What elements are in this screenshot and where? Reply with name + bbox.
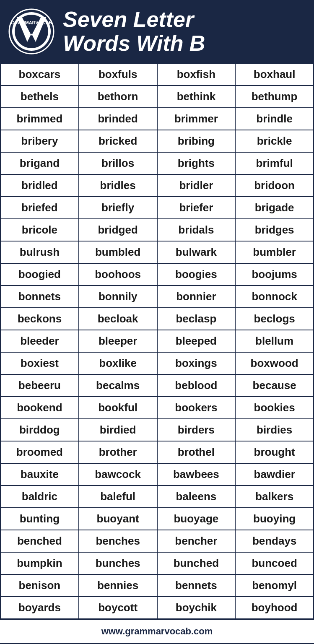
word-cell: boohoos [79, 263, 157, 286]
table-row: brigandbrillosbrightsbrimful [0, 152, 314, 174]
word-cell: bookend [0, 397, 79, 419]
word-cell: brought [235, 441, 314, 463]
word-cell: bunched [157, 552, 236, 574]
word-cell: boychik [157, 597, 236, 619]
word-cell: bulrush [0, 241, 79, 263]
word-cell: boxwood [235, 352, 314, 374]
table-row: benisonbenniesbennetsbenomyl [0, 574, 314, 597]
word-cell: brillos [79, 152, 157, 174]
word-cell: bridoon [235, 174, 314, 197]
word-cell: bawbees [157, 463, 236, 486]
table-row: bricolebridgedbridalsbridges [0, 219, 314, 241]
word-cell: beblood [157, 374, 236, 397]
grammarvocab-logo: GRAMMARVOCAB [8, 8, 54, 55]
word-cell: buoyage [157, 508, 236, 530]
word-cell: boxfish [157, 63, 236, 86]
word-cell: boxcars [0, 63, 79, 86]
word-cell: brimmed [0, 108, 79, 130]
word-cell: boogies [157, 263, 236, 286]
word-cell: bridals [157, 219, 236, 241]
table-row: baldricbalefulbaleensbalkers [0, 486, 314, 508]
word-cell: bumbled [79, 241, 157, 263]
word-cell: bulwark [157, 241, 236, 263]
word-cell: briefly [79, 197, 157, 219]
word-cell: brigade [235, 197, 314, 219]
word-cell: bennies [79, 574, 157, 597]
word-cell: bumpkin [0, 552, 79, 574]
word-cell: bookers [157, 397, 236, 419]
word-cell: bonnock [235, 286, 314, 308]
word-cell: bencher [157, 530, 236, 552]
table-row: brimmedbrindedbrimmerbrindle [0, 108, 314, 130]
table-row: benchedbenchesbencherbendays [0, 530, 314, 552]
word-cell: bunting [0, 508, 79, 530]
word-cell: bauxite [0, 463, 79, 486]
word-cell: boxhaul [235, 63, 314, 86]
word-cell: bethels [0, 86, 79, 108]
table-row: bumpkinbunchesbunchedbuncoed [0, 552, 314, 574]
word-cell: beclasp [157, 308, 236, 330]
word-cell: bricked [79, 130, 157, 152]
word-table: boxcarsboxfulsboxfishboxhaulbethelsbetho… [0, 63, 314, 619]
word-cell: brickle [235, 130, 314, 152]
table-row: boxiestboxlikeboxingsboxwood [0, 352, 314, 374]
table-row: briberybrickedbribingbrickle [0, 130, 314, 152]
word-cell: becloak [79, 308, 157, 330]
footer-url: www.grammarvocab.com [101, 626, 213, 636]
word-cell: buncoed [235, 552, 314, 574]
svg-text:GRAMMARVOCAB: GRAMMARVOCAB [11, 20, 52, 25]
table-row: bulrushbumbledbulwarkbumbler [0, 241, 314, 263]
word-cell: brights [157, 152, 236, 174]
word-cell: brimful [235, 152, 314, 174]
word-cell: bribery [0, 130, 79, 152]
word-cell: bridles [79, 174, 157, 197]
word-cell: because [235, 374, 314, 397]
word-cell: baleful [79, 486, 157, 508]
word-cell: brigand [0, 152, 79, 174]
table-row: bridledbridlesbridlerbridoon [0, 174, 314, 197]
word-cell: bebeeru [0, 374, 79, 397]
word-cell: bunches [79, 552, 157, 574]
word-cell: bleeped [157, 330, 236, 352]
word-cell: baldric [0, 486, 79, 508]
word-cell: bridler [157, 174, 236, 197]
word-cell: bonnets [0, 286, 79, 308]
word-cell: buoyant [79, 508, 157, 530]
word-cell: bridled [0, 174, 79, 197]
word-cell: boogied [0, 263, 79, 286]
word-cell: bookies [235, 397, 314, 419]
word-cell: beckons [0, 308, 79, 330]
word-cell: broomed [0, 441, 79, 463]
word-cell: birders [157, 419, 236, 441]
table-row: bonnetsbonnilybonnierbonnock [0, 286, 314, 308]
word-cell: brinded [79, 108, 157, 130]
title-line1: Seven Letter [63, 7, 194, 31]
word-cell: bleeder [0, 330, 79, 352]
table-row: buntingbuoyantbuoyagebuoying [0, 508, 314, 530]
word-cell: bookful [79, 397, 157, 419]
table-row: bauxitebawcockbawbeesbawdier [0, 463, 314, 486]
word-cell: bonnier [157, 286, 236, 308]
word-cell: benison [0, 574, 79, 597]
page-title: Seven Letter Words With B [63, 8, 205, 55]
word-cell: bribing [157, 130, 236, 152]
word-cell: blellum [235, 330, 314, 352]
word-cell: benched [0, 530, 79, 552]
word-cell: bricole [0, 219, 79, 241]
word-cell: baleens [157, 486, 236, 508]
word-cell: balkers [235, 486, 314, 508]
word-cell: brimmer [157, 108, 236, 130]
word-cell: brindle [235, 108, 314, 130]
word-cell: birddog [0, 419, 79, 441]
word-cell: boxings [157, 352, 236, 374]
word-cell: bridged [79, 219, 157, 241]
word-cell: benomyl [235, 574, 314, 597]
word-cell: bonnily [79, 286, 157, 308]
table-row: bleederbleeperbleepedblellum [0, 330, 314, 352]
word-cell: boxlike [79, 352, 157, 374]
header: GRAMMARVOCAB Seven Letter Words With B [0, 0, 314, 63]
word-cell: birdied [79, 419, 157, 441]
word-cell: bendays [235, 530, 314, 552]
word-cell: bethink [157, 86, 236, 108]
title-line2: Words With B [63, 31, 205, 55]
